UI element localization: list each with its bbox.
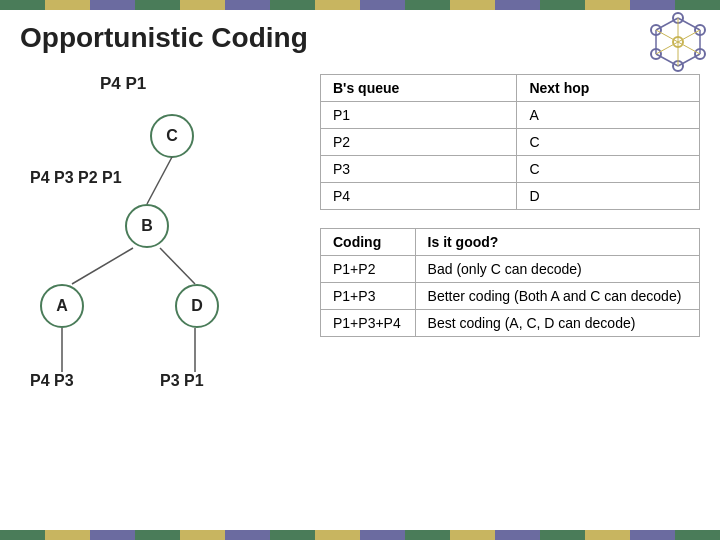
d-node: D: [175, 284, 219, 328]
svg-line-17: [656, 42, 678, 54]
coding-cell-coding: P1+P3: [321, 283, 416, 310]
svg-line-14: [678, 30, 700, 42]
top-deco-bar: [0, 0, 720, 10]
c-node: C: [150, 114, 194, 158]
coding-header-col1: Coding: [321, 229, 416, 256]
svg-line-7: [678, 18, 700, 30]
svg-line-18: [656, 30, 678, 42]
page-title: Opportunistic Coding: [0, 10, 720, 54]
queue-cell-queue: P3: [321, 156, 517, 183]
coding-table: Coding Is it good? P1+P2Bad (only C can …: [320, 228, 700, 337]
svg-line-9: [678, 54, 700, 66]
svg-line-20: [72, 248, 133, 284]
svg-line-10: [656, 54, 678, 66]
svg-line-15: [678, 42, 700, 54]
svg-line-19: [147, 157, 172, 204]
coding-table-row: P1+P3Better coding (Both A and C can dec…: [321, 283, 700, 310]
queue-cell-hop: C: [517, 129, 700, 156]
b-node: B: [125, 204, 169, 248]
svg-line-21: [160, 248, 195, 284]
queue-cell-queue: P1: [321, 102, 517, 129]
p4p3p2p1-label: P4 P3 P2 P1: [30, 169, 122, 187]
queue-table: B's queue Next hop P1AP2CP3CP4D: [320, 74, 700, 210]
queue-header-col2: Next hop: [517, 75, 700, 102]
coding-cell-result: Bad (only C can decode): [415, 256, 699, 283]
queue-cell-hop: A: [517, 102, 700, 129]
queue-header-col1: B's queue: [321, 75, 517, 102]
p4p1-label: P4 P1: [100, 74, 146, 94]
coding-header-col2: Is it good?: [415, 229, 699, 256]
coding-cell-coding: P1+P3+P4: [321, 310, 416, 337]
queue-table-row: P1A: [321, 102, 700, 129]
queue-table-row: P4D: [321, 183, 700, 210]
network-icon: [646, 10, 710, 74]
queue-table-row: P2C: [321, 129, 700, 156]
coding-cell-coding: P1+P2: [321, 256, 416, 283]
p4p3-label: P4 P3: [30, 372, 74, 390]
coding-cell-result: Best coding (A, C, D can decode): [415, 310, 699, 337]
a-node: A: [40, 284, 84, 328]
coding-table-row: P1+P2Bad (only C can decode): [321, 256, 700, 283]
queue-cell-hop: D: [517, 183, 700, 210]
queue-cell-queue: P4: [321, 183, 517, 210]
queue-cell-queue: P2: [321, 129, 517, 156]
right-tables: B's queue Next hop P1AP2CP3CP4D Coding I…: [320, 64, 700, 504]
bottom-deco-bar: [0, 530, 720, 540]
svg-line-12: [656, 18, 678, 30]
main-content: P4 P1 C P4 P3 P2 P1 B A D P4 P3 P3 P1: [0, 54, 720, 514]
queue-cell-hop: C: [517, 156, 700, 183]
queue-table-row: P3C: [321, 156, 700, 183]
p3p1-label: P3 P1: [160, 372, 204, 390]
left-diagram: P4 P1 C P4 P3 P2 P1 B A D P4 P3 P3 P1: [20, 64, 300, 494]
coding-cell-result: Better coding (Both A and C can decode): [415, 283, 699, 310]
coding-table-row: P1+P3+P4Best coding (A, C, D can decode): [321, 310, 700, 337]
